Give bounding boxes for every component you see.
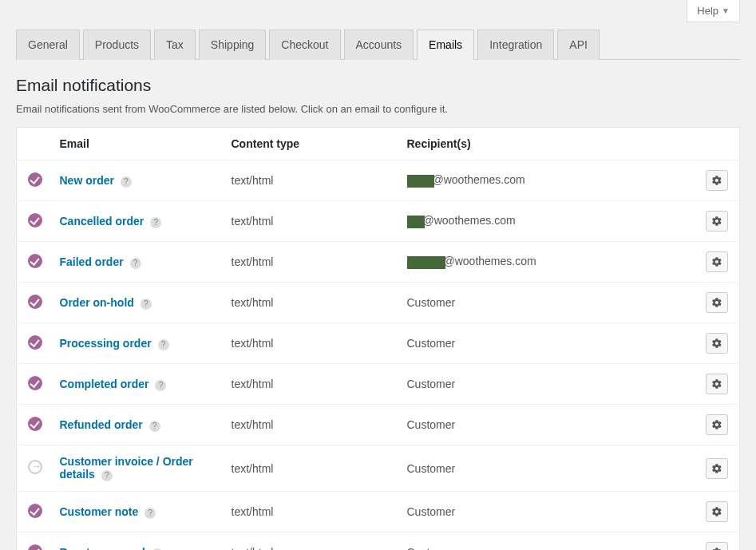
email-name-link[interactable]: Reset password <box>60 546 145 551</box>
table-row: Cancelled order ?text/html@woothemes.com <box>17 201 740 242</box>
configure-button[interactable] <box>706 292 728 313</box>
gear-icon <box>711 506 722 517</box>
configure-button[interactable] <box>706 501 728 522</box>
col-email: Email <box>49 128 220 160</box>
status-enabled-icon <box>28 417 42 431</box>
table-row: Customer invoice / Order details ?text/h… <box>17 445 740 492</box>
redacted-block <box>407 216 425 228</box>
help-icon[interactable]: ? <box>149 421 160 432</box>
tab-accounts[interactable]: Accounts <box>344 30 414 60</box>
recipient-domain: @woothemes.com <box>433 173 525 186</box>
recipient-cell: Customer <box>396 492 695 532</box>
email-name-link[interactable]: Customer note <box>60 505 139 518</box>
help-toggle[interactable]: Help ▼ <box>687 0 740 22</box>
help-icon[interactable]: ? <box>144 508 156 519</box>
content-type-cell: text/html <box>220 283 396 323</box>
redacted-block <box>407 175 434 188</box>
status-manual-icon <box>28 460 42 474</box>
tab-integration[interactable]: Integration <box>477 30 554 60</box>
help-label: Help <box>697 5 718 17</box>
content-type-cell: text/html <box>220 242 396 283</box>
content-type-cell: text/html <box>220 532 396 551</box>
gear-icon <box>711 338 722 349</box>
col-actions <box>695 128 740 160</box>
recipient-cell: Customer <box>396 532 695 551</box>
tab-checkout[interactable]: Checkout <box>269 30 340 60</box>
help-icon[interactable]: ? <box>150 217 161 228</box>
help-icon[interactable]: ? <box>158 339 169 350</box>
configure-button[interactable] <box>706 333 728 354</box>
table-row: Order on-hold ?text/htmlCustomer <box>17 283 740 323</box>
tab-api[interactable]: API <box>557 30 600 60</box>
gear-icon <box>711 547 722 550</box>
help-icon[interactable]: ? <box>155 380 166 391</box>
recipient-cell: Customer <box>396 405 695 445</box>
gear-icon <box>711 216 722 227</box>
content-type-cell: text/html <box>220 323 396 364</box>
configure-button[interactable] <box>706 542 728 550</box>
configure-button[interactable] <box>706 170 728 191</box>
col-recipients: Recipient(s) <box>396 128 695 160</box>
tab-emails[interactable]: Emails <box>417 30 474 60</box>
help-icon[interactable]: ? <box>101 470 113 481</box>
settings-tabs: GeneralProductsTaxShippingCheckoutAccoun… <box>16 29 740 60</box>
table-row: Customer note ?text/htmlCustomer <box>17 492 740 532</box>
recipient-cell: Customer <box>396 323 695 364</box>
status-enabled-icon <box>28 504 42 518</box>
recipient-domain: @woothemes.com <box>423 214 516 227</box>
email-name-link[interactable]: Cancelled order <box>60 215 144 228</box>
email-name-link[interactable]: Failed order <box>60 255 124 268</box>
gear-icon <box>711 378 722 390</box>
gear-icon <box>711 175 722 186</box>
help-icon[interactable]: ? <box>121 176 132 188</box>
email-name-link[interactable]: Customer invoice / Order details <box>60 455 193 481</box>
content-type-cell: text/html <box>220 405 396 445</box>
help-icon[interactable]: ? <box>130 258 141 269</box>
status-enabled-icon <box>28 335 42 350</box>
content-type-cell: text/html <box>220 445 396 492</box>
help-icon[interactable]: ? <box>141 299 152 310</box>
recipient-cell: Customer <box>396 445 695 492</box>
email-name-link[interactable]: New order <box>60 174 114 187</box>
table-row: Reset password ?text/htmlCustomer <box>17 532 740 551</box>
tab-general[interactable]: General <box>16 30 80 60</box>
content-type-cell: text/html <box>220 364 396 405</box>
recipient-cell: Customer <box>396 283 695 323</box>
recipient-cell: @woothemes.com <box>396 201 695 242</box>
gear-icon <box>711 256 722 267</box>
chevron-down-icon: ▼ <box>722 6 730 15</box>
status-enabled-icon <box>28 295 42 309</box>
recipient-cell: Customer <box>396 364 695 405</box>
content-type-cell: text/html <box>220 492 396 532</box>
email-name-link[interactable]: Order on-hold <box>60 296 134 309</box>
gear-icon <box>711 463 722 474</box>
status-enabled-icon <box>28 254 42 268</box>
status-enabled-icon <box>28 213 42 228</box>
configure-button[interactable] <box>706 251 728 272</box>
configure-button[interactable] <box>706 374 728 394</box>
content-type-cell: text/html <box>220 201 396 242</box>
email-settings-table: Email Content type Recipient(s) New orde… <box>16 127 740 550</box>
recipient-cell: @woothemes.com <box>396 160 695 201</box>
tab-products[interactable]: Products <box>83 30 151 60</box>
page-description: Email notifications sent from WooCommerc… <box>16 103 740 115</box>
screen-help-bar: Help ▼ <box>16 0 740 22</box>
configure-button[interactable] <box>706 211 728 231</box>
email-name-link[interactable]: Processing order <box>60 337 152 350</box>
email-name-link[interactable]: Completed order <box>60 378 149 390</box>
table-row: New order ?text/html@woothemes.com <box>17 160 740 201</box>
tab-tax[interactable]: Tax <box>154 30 196 60</box>
table-row: Completed order ?text/htmlCustomer <box>17 364 740 405</box>
page-title: Email notifications <box>16 76 740 95</box>
tab-shipping[interactable]: Shipping <box>199 30 267 60</box>
gear-icon <box>711 419 722 430</box>
status-enabled-icon <box>28 544 42 551</box>
recipient-domain: @woothemes.com <box>444 255 536 267</box>
configure-button[interactable] <box>706 414 728 435</box>
redacted-block <box>407 256 445 269</box>
recipient-cell: @woothemes.com <box>396 242 695 283</box>
email-name-link[interactable]: Refunded order <box>60 418 143 431</box>
table-row: Refunded order ?text/htmlCustomer <box>17 405 740 445</box>
configure-button[interactable] <box>706 458 728 479</box>
table-row: Processing order ?text/htmlCustomer <box>17 323 740 364</box>
